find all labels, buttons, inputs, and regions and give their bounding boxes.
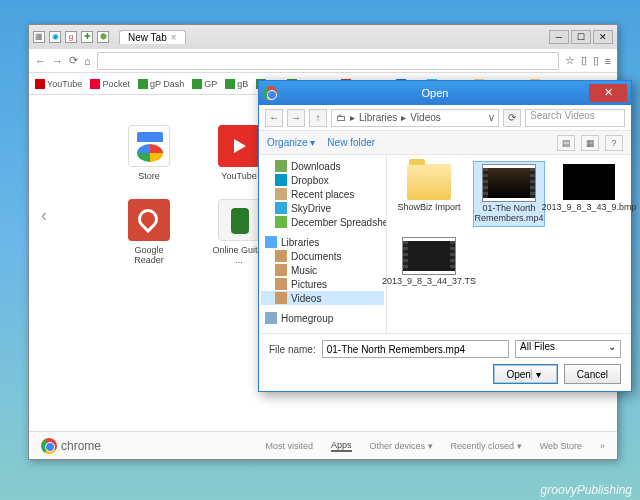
rss-icon: [128, 199, 170, 241]
tree-item[interactable]: Downloads: [261, 159, 384, 173]
tree-header-homegroup[interactable]: Homegroup: [261, 311, 384, 325]
file-label: 01-The North Remembers.mp4: [475, 203, 544, 223]
bookmark[interactable]: YouTube: [35, 79, 82, 89]
footer-expand-icon[interactable]: »: [600, 441, 605, 451]
chevron-left-icon[interactable]: ‹: [41, 205, 47, 226]
forward-button[interactable]: →: [287, 109, 305, 127]
organize-menu[interactable]: Organize ▾: [267, 137, 315, 148]
breadcrumb[interactable]: 🗀 ▸Libraries ▸Videos v: [331, 109, 499, 127]
extension-icon[interactable]: ▦: [33, 31, 45, 43]
footer-link[interactable]: Most visited: [265, 441, 313, 451]
reload-button[interactable]: ⟳: [69, 54, 78, 67]
close-tab-icon[interactable]: ×: [171, 32, 177, 43]
app-label: YouTube: [221, 171, 256, 181]
home-button[interactable]: ⌂: [84, 55, 91, 67]
open-button[interactable]: Open▾: [493, 364, 557, 384]
folder-icon: 🗀: [336, 112, 346, 123]
app-reader[interactable]: Google Reader: [119, 199, 179, 265]
refresh-button[interactable]: ⟳: [503, 109, 521, 127]
tree-item[interactable]: Dropbox: [261, 173, 384, 187]
tree-item[interactable]: SkyDrive: [261, 201, 384, 215]
bookmark[interactable]: gP Dash: [138, 79, 184, 89]
open-file-dialog: Open ✕ ← → ↑ 🗀 ▸Libraries ▸Videos v ⟳ Se…: [258, 80, 632, 392]
store-icon: [128, 125, 170, 167]
footer-link[interactable]: Apps: [331, 440, 352, 452]
file-label: ShowBiz Import: [397, 202, 460, 212]
file-item-folder[interactable]: ShowBiz Import: [393, 161, 465, 227]
tree-item-videos[interactable]: Videos: [261, 291, 384, 305]
cancel-button[interactable]: Cancel: [564, 364, 621, 384]
breadcrumb-item[interactable]: Videos: [410, 112, 440, 123]
browser-tab[interactable]: New Tab ×: [119, 30, 186, 44]
dialog-toolbar: Organize ▾ New folder ▤ ▦ ?: [259, 131, 631, 155]
file-list[interactable]: ShowBiz Import 01-The North Remembers.mp…: [387, 155, 631, 333]
file-item-video[interactable]: 01-The North Remembers.mp4: [473, 161, 545, 227]
dialog-titlebar: Open ✕: [259, 81, 631, 105]
tab-title: New Tab: [128, 32, 167, 43]
bookmark[interactable]: gB: [225, 79, 248, 89]
file-label: 2013_9_8_3_44_37.TS: [382, 276, 476, 286]
footer-link[interactable]: Web Store: [540, 441, 582, 451]
guitar-icon: [218, 199, 260, 241]
tree-item[interactable]: Documents: [261, 249, 384, 263]
image-icon: [563, 164, 615, 200]
extension-icon[interactable]: ▯: [593, 54, 599, 67]
extension-icon[interactable]: ▯: [581, 54, 587, 67]
dialog-footer: File name: All Files⌄ Open▾ Cancel: [259, 333, 631, 391]
folder-icon: [407, 164, 451, 200]
app-label: Google Reader: [119, 245, 179, 265]
file-label: 2013_9_8_3_43_9.bmp: [541, 202, 636, 212]
menu-button[interactable]: ≡: [605, 55, 611, 67]
filename-label: File name:: [269, 344, 316, 355]
app-store[interactable]: Store: [119, 125, 179, 181]
back-button[interactable]: ←: [35, 55, 46, 67]
video-icon: [483, 165, 535, 201]
watermark: groovyPublishing: [541, 483, 632, 497]
chrome-icon: [263, 86, 277, 100]
tree-item[interactable]: Pictures: [261, 277, 384, 291]
close-button[interactable]: ✕: [589, 84, 627, 102]
footer-link[interactable]: Recently closed ▾: [451, 441, 522, 451]
back-button[interactable]: ←: [265, 109, 283, 127]
filename-input[interactable]: [322, 340, 509, 358]
chrome-tabstrip: ▦ ◉ g ✚ ⬢ New Tab × ─ ☐ ✕: [29, 25, 617, 49]
navigation-tree[interactable]: Downloads Dropbox Recent places SkyDrive…: [259, 155, 387, 333]
chrome-toolbar: ← → ⟳ ⌂ ☆ ▯ ▯ ≡: [29, 49, 617, 73]
app-label: Store: [138, 171, 160, 181]
file-item-video[interactable]: 2013_9_8_3_44_37.TS: [393, 235, 465, 289]
tree-item[interactable]: December Spreadsheets: [261, 215, 384, 229]
extension-icon[interactable]: g: [65, 31, 77, 43]
footer-link[interactable]: Other devices ▾: [370, 441, 433, 451]
search-input[interactable]: Search Videos: [525, 109, 625, 127]
tree-item[interactable]: Music: [261, 263, 384, 277]
maximize-button[interactable]: ☐: [571, 30, 591, 44]
youtube-icon: [218, 125, 260, 167]
chrome-logo: chrome: [41, 438, 101, 454]
extension-icon[interactable]: ◉: [49, 31, 61, 43]
breadcrumb-item[interactable]: Libraries: [359, 112, 397, 123]
forward-button[interactable]: →: [52, 55, 63, 67]
bookmark[interactable]: GP: [192, 79, 217, 89]
extension-icon[interactable]: ⬢: [97, 31, 109, 43]
video-icon: [403, 238, 455, 274]
extension-icon[interactable]: ✚: [81, 31, 93, 43]
tree-header-libraries[interactable]: Libraries: [261, 235, 384, 249]
help-button[interactable]: ?: [605, 135, 623, 151]
file-item-bmp[interactable]: 2013_9_8_3_43_9.bmp: [553, 161, 625, 227]
dialog-title: Open: [281, 87, 589, 99]
bookmark[interactable]: Pocket: [90, 79, 130, 89]
address-bar[interactable]: [97, 52, 559, 70]
view-mode-button[interactable]: ▦: [581, 135, 599, 151]
up-button[interactable]: ↑: [309, 109, 327, 127]
close-button[interactable]: ✕: [593, 30, 613, 44]
tree-item[interactable]: Recent places: [261, 187, 384, 201]
bookmark-star-icon[interactable]: ☆: [565, 54, 575, 67]
ntp-footer: chrome Most visited Apps Other devices ▾…: [29, 431, 617, 459]
new-folder-button[interactable]: New folder: [327, 137, 375, 148]
view-mode-button[interactable]: ▤: [557, 135, 575, 151]
minimize-button[interactable]: ─: [549, 30, 569, 44]
filetype-select[interactable]: All Files⌄: [515, 340, 621, 358]
dialog-nav: ← → ↑ 🗀 ▸Libraries ▸Videos v ⟳ Search Vi…: [259, 105, 631, 131]
